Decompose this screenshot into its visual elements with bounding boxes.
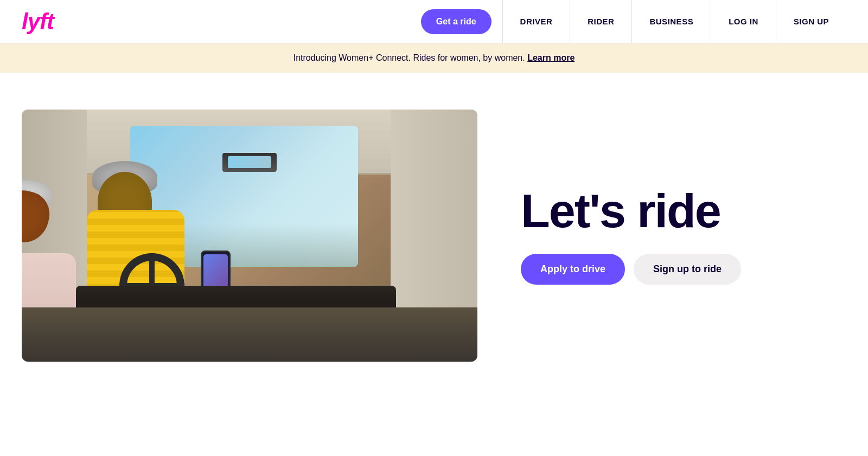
apply-to-drive-button[interactable]: Apply to drive	[521, 254, 625, 285]
nav-item-login[interactable]: LOG IN	[711, 0, 776, 43]
main-content: Let's ride Apply to drive Sign up to rid…	[0, 73, 868, 398]
main-nav: Get a ride DRIVER RIDER BUSINESS LOG IN …	[421, 0, 846, 43]
header: lyft Get a ride DRIVER RIDER BUSINESS LO…	[0, 0, 868, 43]
get-ride-button[interactable]: Get a ride	[421, 9, 492, 34]
sign-up-to-ride-button[interactable]: Sign up to ride	[634, 254, 741, 285]
hero-heading: Let's ride	[521, 186, 825, 236]
nav-item-driver[interactable]: DRIVER	[502, 0, 570, 43]
banner-learn-more-link[interactable]: Learn more	[527, 53, 575, 62]
logo-text: lyft	[22, 9, 54, 34]
banner-text: Introducing Women+ Connect. Rides for wo…	[293, 53, 525, 62]
hero-image	[22, 110, 477, 362]
lyft-logo[interactable]: lyft	[22, 9, 54, 35]
hero-text-section: Let's ride Apply to drive Sign up to rid…	[521, 186, 825, 284]
car-floor	[22, 307, 477, 362]
hero-buttons: Apply to drive Sign up to ride	[521, 254, 825, 285]
nav-item-rider[interactable]: RIDER	[570, 0, 631, 43]
announcement-banner: Introducing Women+ Connect. Rides for wo…	[0, 43, 868, 73]
nav-item-business[interactable]: BUSINESS	[631, 0, 711, 43]
nav-item-signup[interactable]: SIGN UP	[776, 0, 846, 43]
